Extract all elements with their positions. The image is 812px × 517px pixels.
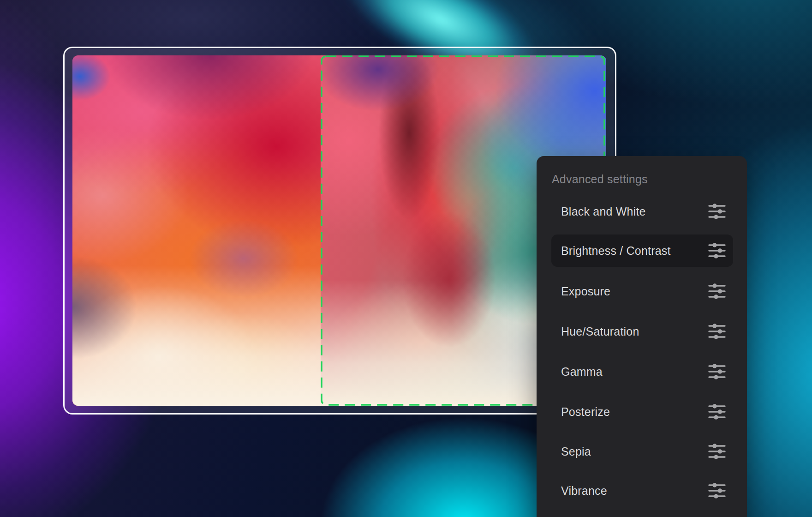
menu-item-brightness-contrast[interactable]: Brightness / Contrast: [551, 234, 733, 267]
menu-item-label: Brightness / Contrast: [561, 244, 708, 258]
menu-item-label: Posterize: [561, 405, 708, 419]
menu-item-label: Exposure: [561, 285, 708, 298]
sliders-icon: [708, 283, 726, 299]
selection-marquee[interactable]: [72, 55, 606, 406]
menu-item-hue-saturation[interactable]: Hue/Saturation: [551, 315, 733, 348]
advanced-settings-panel: Advanced settings Black and White Bright…: [537, 156, 747, 517]
menu-item-black-and-white[interactable]: Black and White: [551, 195, 733, 228]
screen: Advanced settings Black and White Bright…: [0, 0, 812, 517]
panel-title: Advanced settings: [552, 172, 648, 186]
menu-item-vibrance[interactable]: Vibrance: [551, 475, 733, 507]
sliders-icon: [708, 243, 726, 258]
sliders-icon: [708, 204, 726, 219]
sliders-icon: [708, 324, 726, 339]
menu-item-label: Gamma: [561, 365, 708, 379]
menu-item-label: Hue/Saturation: [561, 325, 708, 338]
menu-item-label: Sepia: [561, 445, 708, 458]
sliders-icon: [708, 404, 726, 420]
menu-item-gamma[interactable]: Gamma: [551, 355, 733, 388]
sliders-icon: [708, 483, 726, 499]
menu-item-sepia[interactable]: Sepia: [551, 435, 733, 468]
menu-item-posterize[interactable]: Posterize: [551, 396, 733, 428]
sliders-icon: [708, 364, 726, 379]
sliders-icon: [708, 444, 726, 459]
menu-item-label: Vibrance: [561, 484, 708, 498]
menu-item-exposure[interactable]: Exposure: [551, 275, 733, 307]
menu-item-label: Black and White: [561, 205, 708, 218]
